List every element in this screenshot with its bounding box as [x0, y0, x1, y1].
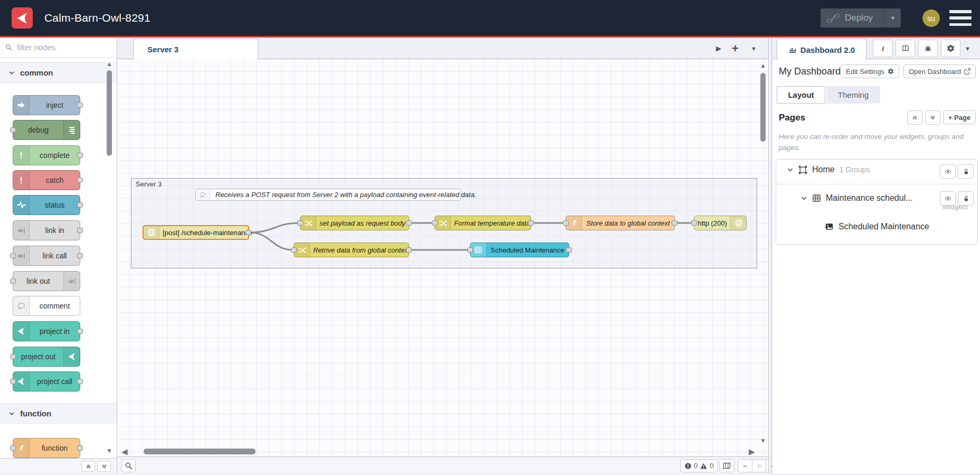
palette-node-catch[interactable]: catch	[13, 170, 80, 190]
palette-category-function[interactable]: function	[0, 403, 117, 424]
tree-row-page-home[interactable]: Home 1 Groups	[776, 160, 977, 184]
canvas-vscrollbar-thumb[interactable]	[760, 73, 766, 142]
palette-node-status[interactable]: status	[13, 195, 80, 215]
node-port-in[interactable]	[10, 127, 16, 133]
flow-node-change-retrive[interactable]: Retrive data from global context	[294, 243, 409, 257]
node-port-out[interactable]	[406, 220, 412, 226]
minimap-button[interactable]	[719, 459, 734, 472]
palette-filter-input[interactable]	[16, 42, 97, 52]
workspace-tab-server3[interactable]: Server 3	[133, 39, 258, 60]
palette-node-project-call[interactable]: project call	[13, 371, 80, 392]
palette-scrollbar-thumb[interactable]	[107, 70, 112, 156]
node-port-out[interactable]	[528, 220, 534, 226]
settings-tab-button[interactable]	[941, 40, 960, 57]
canvas-scroll-down-arrow[interactable]: ▼	[760, 437, 766, 444]
node-port-out[interactable]	[77, 103, 83, 108]
palette-node-function[interactable]: ffunction	[13, 438, 80, 458]
main-menu-button[interactable]	[949, 10, 972, 26]
node-port-out[interactable]	[77, 253, 83, 258]
palette-node-link-out[interactable]: link out	[13, 271, 80, 291]
node-port-out[interactable]	[406, 247, 412, 253]
node-port-out[interactable]	[77, 202, 83, 208]
palette-node-link-call[interactable]: link call	[13, 246, 80, 266]
flow-canvas[interactable]: Server 3 Receives a POST request from Se…	[117, 59, 768, 457]
palette-node-link-in[interactable]: link in	[13, 220, 80, 240]
node-port-in[interactable]	[10, 354, 16, 359]
comment-node[interactable]: Receives a POST request from Server 2 wi…	[195, 189, 461, 201]
tree-row-widget-scheduled-maintenance[interactable]: Scheduled Maintenance	[776, 215, 977, 242]
palette-node-inject[interactable]: inject	[13, 95, 80, 115]
canvas-scroll-right-arrow[interactable]: ▶	[749, 448, 755, 455]
flow-node-change-format[interactable]: Format temperature data.	[435, 216, 531, 230]
help-tab-button[interactable]	[896, 40, 915, 57]
node-port-out[interactable]	[77, 153, 83, 158]
node-port-in[interactable]	[291, 247, 297, 253]
node-port-in[interactable]	[297, 220, 303, 226]
chevron-down-icon[interactable]	[800, 195, 807, 202]
pages-expand-all-button[interactable]	[925, 110, 940, 125]
node-port-in[interactable]	[10, 379, 16, 384]
add-flow-icon[interactable]: +	[732, 38, 739, 59]
node-port-out[interactable]	[77, 178, 83, 183]
node-port-out[interactable]	[672, 220, 677, 226]
flow-node-change-set[interactable]: set payload as request body	[300, 216, 409, 230]
add-page-button[interactable]: + Page	[943, 110, 976, 124]
palette-node-comment[interactable]: comment	[13, 296, 80, 316]
flow-node-function-store[interactable]: fStore data to global context	[566, 216, 675, 230]
canvas-scroll-left-arrow[interactable]: ◀	[121, 448, 128, 455]
node-port-out[interactable]	[246, 230, 251, 235]
debug-tab-button[interactable]	[918, 40, 938, 57]
zoom-out-button[interactable]: −	[738, 460, 752, 472]
palette-node-debug[interactable]: debug	[13, 120, 80, 140]
palette-node-project-out[interactable]: project out	[13, 347, 80, 367]
node-port-in[interactable]	[691, 220, 697, 226]
flow-node-ui-table[interactable]: Scheduled Maintenance	[470, 243, 569, 257]
node-port-in[interactable]	[467, 247, 473, 253]
flow-list-caret-icon[interactable]: ▼	[751, 38, 757, 59]
node-port-in[interactable]	[10, 445, 16, 451]
palette-filter[interactable]	[0, 38, 117, 58]
palette-node-complete[interactable]: complete	[13, 145, 80, 165]
canvas-hscrollbar-thumb[interactable]	[144, 449, 256, 454]
palette-node-project-in[interactable]: project in	[13, 321, 80, 341]
run-flows-icon[interactable]: ▶	[716, 38, 721, 59]
deploy-button[interactable]: Deploy ▼	[821, 8, 901, 27]
chevron-down-icon[interactable]	[787, 166, 794, 173]
group-visibility-button[interactable]	[940, 191, 956, 206]
page-visibility-button[interactable]	[940, 164, 956, 179]
node-port-in[interactable]	[563, 220, 569, 226]
group-lock-button[interactable]	[958, 191, 974, 206]
node-port-out[interactable]	[77, 329, 83, 334]
canvas-search-button[interactable]	[121, 459, 136, 472]
palette-collapse-all-button[interactable]	[81, 461, 95, 472]
flow-wire[interactable]	[249, 232, 294, 250]
sidebar-tab-dashboard[interactable]: Dashboard 2.0	[777, 39, 866, 60]
palette-expand-all-button[interactable]	[97, 461, 111, 472]
open-dashboard-button[interactable]: Open Dashboard	[903, 64, 976, 78]
node-port-out[interactable]	[77, 445, 83, 451]
node-port-in[interactable]	[10, 278, 16, 284]
flow-node-http-response[interactable]: http (200)	[694, 216, 747, 230]
node-port-in[interactable]	[10, 253, 16, 258]
edit-settings-button[interactable]: Edit Settings	[841, 64, 899, 78]
pages-collapse-all-button[interactable]	[907, 110, 922, 125]
node-port-out[interactable]	[77, 228, 83, 233]
deploy-options-caret[interactable]: ▼	[884, 8, 901, 27]
node-port-out[interactable]	[77, 379, 83, 384]
palette-category-common[interactable]: common	[0, 62, 117, 83]
sidebar-list-caret-icon[interactable]: ▼	[965, 38, 970, 59]
palette-scroll-down-arrow[interactable]: ▼	[106, 448, 112, 454]
zoom-reset-button[interactable]: ○	[752, 460, 766, 472]
flow-wire[interactable]	[249, 223, 300, 232]
user-avatar[interactable]: su	[922, 10, 940, 27]
palette-scroll-up-arrow[interactable]: ▲	[106, 61, 112, 67]
sidebar-splitter[interactable]	[768, 38, 772, 473]
page-lock-button[interactable]	[958, 164, 974, 179]
node-port-in[interactable]	[432, 220, 438, 226]
tab-theming[interactable]: Theming	[826, 86, 880, 104]
flow-node-http-in[interactable]: [post] /schedule-maintenance	[143, 225, 249, 240]
canvas-scroll-up-arrow[interactable]: ▲	[760, 62, 766, 69]
tab-layout[interactable]: Layout	[777, 86, 825, 104]
node-port-out[interactable]	[566, 247, 572, 253]
info-tab-button[interactable]: i	[873, 40, 892, 57]
